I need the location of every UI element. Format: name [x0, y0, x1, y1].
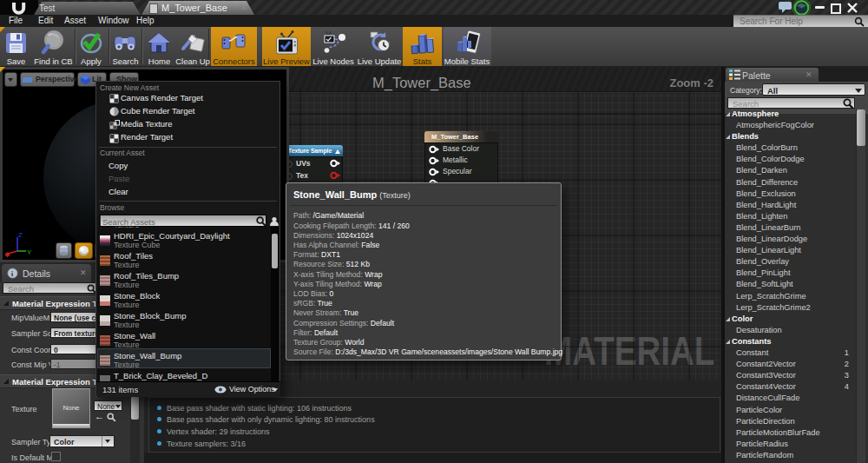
svg-text:Y: Y	[27, 248, 32, 256]
svg-text:✱: ✱	[4, 251, 10, 259]
svg-text:Z: Z	[18, 231, 23, 239]
